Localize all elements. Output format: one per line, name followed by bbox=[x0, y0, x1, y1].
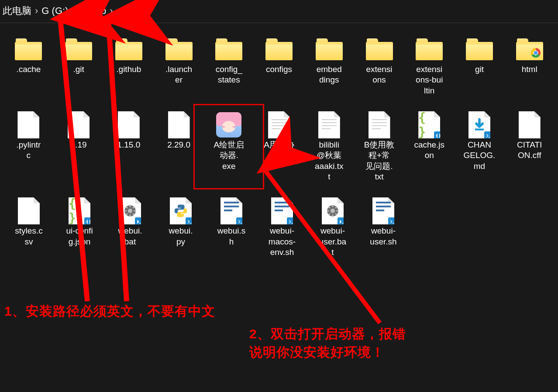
file-icon bbox=[18, 197, 40, 224]
file-icon bbox=[17, 111, 39, 138]
folder-icon bbox=[316, 38, 343, 60]
file-icon bbox=[119, 197, 141, 224]
item-label: embed dings bbox=[306, 64, 353, 86]
file-item[interactable]: B使用教 程+常 见问题. txt bbox=[354, 112, 404, 182]
folder-icon bbox=[516, 38, 543, 60]
item-label: ui-confi g.json bbox=[56, 226, 103, 247]
folder-item[interactable]: git bbox=[455, 36, 505, 96]
chevron-right-icon: › bbox=[68, 5, 78, 17]
item-label: .launch er bbox=[155, 64, 203, 86]
file-item[interactable]: webui.s h bbox=[206, 198, 257, 258]
file-item[interactable]: 1.15.0 bbox=[103, 112, 154, 182]
svg-rect-0 bbox=[475, 128, 484, 130]
folder-item[interactable]: .github bbox=[103, 36, 154, 96]
item-label: cache.js on bbox=[406, 140, 453, 161]
item-label: extensi ons-bui ltin bbox=[406, 64, 453, 96]
file-item[interactable]: webui- user.ba t bbox=[307, 198, 358, 258]
item-label: git bbox=[456, 64, 503, 75]
folder-icon bbox=[165, 38, 193, 60]
file-item[interactable]: webui. bat bbox=[105, 198, 155, 258]
item-label: webui. py bbox=[157, 226, 204, 247]
file-item[interactable]: 2.29.0 bbox=[154, 112, 204, 182]
item-label: webui- macos- env.sh bbox=[258, 226, 306, 258]
item-label: extensi ons bbox=[356, 64, 403, 86]
file-icon bbox=[118, 111, 140, 138]
file-item[interactable]: bilibili @秋葉 aaaki.tx t bbox=[304, 112, 354, 182]
item-label: CITATI ON.cff bbox=[506, 140, 553, 161]
file-icon bbox=[369, 111, 390, 138]
annotation-text-2: 2、双击打开启动器，报错 说明你没安装好环境！ bbox=[249, 325, 406, 361]
file-item[interactable]: CHAN GELOG. md bbox=[455, 112, 505, 182]
file-icon bbox=[268, 111, 290, 138]
breadcrumb-segment[interactable]: G (G:) bbox=[41, 5, 68, 17]
file-icon: { } bbox=[418, 111, 440, 138]
folder-icon bbox=[366, 38, 393, 60]
item-label: webui.s h bbox=[208, 226, 255, 247]
file-icon: { } bbox=[69, 197, 90, 224]
folder-icon bbox=[265, 38, 293, 60]
item-label: webui- user.ba t bbox=[309, 226, 356, 258]
file-icon bbox=[68, 111, 90, 138]
file-icon bbox=[271, 197, 293, 224]
item-label: B使用教 程+常 见问题. txt bbox=[356, 140, 403, 182]
folder-item[interactable]: config_ states bbox=[204, 36, 254, 96]
svg-point-2 bbox=[128, 209, 132, 213]
folder-icon bbox=[115, 38, 142, 60]
folder-item[interactable]: extensi ons-bui ltin bbox=[404, 36, 455, 96]
chevron-right-icon: › bbox=[31, 5, 41, 17]
folder-icon bbox=[466, 38, 493, 60]
folder-item[interactable]: .git bbox=[54, 36, 104, 96]
item-label: config_ states bbox=[205, 64, 252, 86]
file-item[interactable]: webui- user.sh bbox=[358, 198, 409, 258]
item-label: bilibili @秋葉 aaaki.tx t bbox=[306, 140, 353, 182]
folder-item[interactable]: extensi ons bbox=[354, 36, 404, 96]
item-label: configs bbox=[255, 64, 303, 75]
item-label: styles.c sv bbox=[5, 226, 52, 247]
breadcrumb-segment[interactable]: sdweb bbox=[79, 5, 107, 17]
file-icon bbox=[170, 197, 192, 224]
item-label: html bbox=[506, 64, 553, 75]
launcher-app-icon bbox=[216, 112, 241, 138]
item-label: .cache bbox=[5, 64, 52, 75]
file-item[interactable]: .pylintr c bbox=[3, 112, 54, 182]
item-label: .git bbox=[55, 64, 102, 75]
folder-item[interactable]: .launch er bbox=[154, 36, 204, 96]
file-item[interactable]: { }ui-confi g.json bbox=[54, 198, 105, 258]
folder-item[interactable]: configs bbox=[254, 36, 304, 96]
folder-item[interactable]: .cache bbox=[3, 36, 54, 96]
folder-icon bbox=[15, 38, 42, 60]
item-label: 2.29.0 bbox=[155, 140, 203, 150]
file-item[interactable]: A绘世启 动器. exe bbox=[204, 112, 254, 182]
item-label: A绘世启 动器. exe bbox=[205, 140, 252, 172]
item-label: webui- user.sh bbox=[360, 226, 407, 247]
breadcrumb-segment[interactable]: 此电脑 bbox=[3, 4, 31, 17]
breadcrumb: 此电脑 › G (G:) › sdweb › bbox=[0, 0, 558, 23]
item-label: CHAN GELOG. md bbox=[456, 140, 503, 172]
svg-point-4 bbox=[331, 209, 335, 213]
file-item[interactable]: { }cache.js on bbox=[404, 112, 455, 182]
file-icon bbox=[220, 197, 242, 224]
file-item[interactable]: A用户协 议.txt bbox=[254, 112, 304, 182]
file-item[interactable]: 0.19 bbox=[54, 112, 104, 182]
file-grid: .cache.git.github.launch erconfig_ state… bbox=[0, 23, 558, 273]
file-item[interactable]: webui- macos- env.sh bbox=[257, 198, 307, 258]
folder-icon bbox=[416, 38, 443, 60]
file-item[interactable]: styles.c sv bbox=[3, 198, 54, 258]
item-label: A用户协 议.txt bbox=[255, 140, 303, 161]
annotation-text-1: 1、安装路径必须英文，不要有中文 bbox=[4, 302, 215, 320]
chevron-right-icon: › bbox=[106, 5, 116, 17]
item-label: 0.19 bbox=[55, 140, 102, 150]
item-label: 1.15.0 bbox=[105, 140, 152, 150]
file-item[interactable]: webui. py bbox=[155, 198, 206, 258]
folder-item[interactable]: html bbox=[504, 36, 555, 96]
item-label: .pylintr c bbox=[5, 140, 52, 161]
item-label: webui. bat bbox=[107, 226, 154, 247]
item-label: .github bbox=[105, 64, 152, 75]
folder-icon bbox=[65, 38, 92, 60]
file-icon bbox=[318, 111, 340, 138]
folder-item[interactable]: embed dings bbox=[304, 36, 354, 96]
file-item[interactable]: CITATI ON.cff bbox=[504, 112, 555, 182]
file-icon bbox=[519, 111, 541, 138]
folder-icon bbox=[215, 38, 242, 60]
file-icon bbox=[468, 111, 490, 138]
